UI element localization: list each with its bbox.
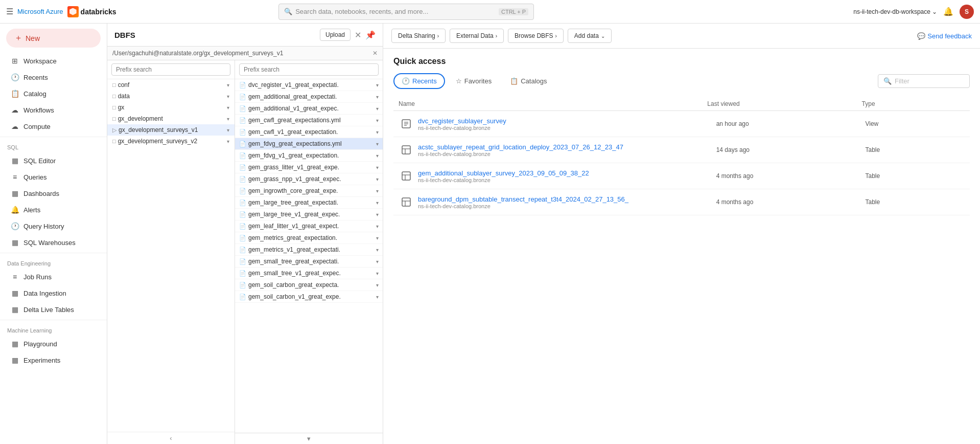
upload-button[interactable]: Upload	[320, 29, 351, 41]
external-data-button[interactable]: External Data ›	[450, 29, 504, 43]
compute-icon: ☁	[10, 122, 19, 130]
row-name[interactable]: acstc_sublayer_repeat_grid_location_depl…	[418, 143, 716, 151]
tree-item-data[interactable]: □ data ▾	[107, 91, 235, 102]
topbar: ☰ Microsoft Azure databricks 🔍 Search da…	[0, 0, 980, 24]
file-item[interactable]: 📄 gem_metrics_v1_great_expectati. ▾	[235, 244, 383, 256]
sidebar-item-experiments[interactable]: ▦ Experiments	[3, 352, 104, 368]
sidebar-item-job-runs[interactable]: ≡ Job Runs	[3, 269, 104, 284]
dbfs-path-close-icon[interactable]: ✕	[372, 50, 378, 57]
right-file-scroll-button[interactable]: ▾	[235, 433, 383, 444]
table-row[interactable]: bareground_dpm_subtable_transect_repeat_…	[393, 189, 970, 215]
sidebar-item-alerts[interactable]: 🔔 Alerts	[3, 202, 104, 217]
tab-favorites[interactable]: ☆ Favorites	[448, 74, 499, 88]
right-search-input[interactable]	[239, 63, 379, 76]
sidebar-item-data-ingestion[interactable]: ▦ Data Ingestion	[3, 285, 104, 301]
tab-catalogs[interactable]: 📋 Catalogs	[502, 74, 554, 88]
catalog-icon: 📋	[10, 90, 19, 98]
chevron-right-icon: ▾	[227, 139, 229, 144]
tree-item-gx-dev-surveys-v1[interactable]: ▷ gx_development_surveys_v1 ▾	[107, 124, 235, 136]
row-table-icon	[399, 168, 414, 184]
sidebar-item-sql-editor[interactable]: ▦ SQL Editor	[3, 153, 104, 168]
file-item[interactable]: 📄 gem_grass_litter_v1_great_expe. ▾	[235, 162, 383, 173]
left-tree-scroll-button[interactable]: ‹	[107, 432, 235, 444]
file-item[interactable]: 📄 gem_fdvg_v1_great_expectation. ▾	[235, 150, 383, 162]
browse-dbfs-chevron-icon: ›	[555, 33, 556, 39]
file-name: gem_metrics_v1_great_expectati.	[248, 246, 351, 253]
file-item[interactable]: 📄 gem_leaf_litter_v1_great_expect. ▾	[235, 220, 383, 232]
row-name[interactable]: dvc_register_sublayer_survey	[418, 117, 716, 125]
notifications-icon[interactable]: 🔔	[943, 7, 953, 16]
file-item[interactable]: 📄 gem_small_tree_v1_great_expec. ▾	[235, 268, 383, 279]
file-item[interactable]: 📄 gem_additional_v1_great_expec. ▾	[235, 103, 383, 115]
file-item[interactable]: 📄 gem_cwfl_v1_great_expectation. ▾	[235, 126, 383, 138]
file-icon: 📄	[239, 235, 246, 241]
table-row[interactable]: dvc_register_sublayer_survey ns-ii-tech-…	[393, 111, 970, 137]
tab-recents[interactable]: 🕐 Recents	[393, 73, 445, 89]
file-chevron-icon: ▾	[376, 94, 379, 100]
sidebar-item-workflows[interactable]: ☁ Workflows	[3, 102, 104, 118]
dbfs-close-button[interactable]: ✕	[355, 30, 361, 40]
file-item[interactable]: 📄 gem_metrics_great_expectation. ▾	[235, 232, 383, 244]
sidebar-item-label: Playground	[24, 340, 57, 348]
file-item[interactable]: 📄 gem_large_tree_v1_great_expec. ▾	[235, 209, 383, 220]
sidebar-item-compute[interactable]: ☁ Compute	[3, 119, 104, 134]
svg-rect-10	[402, 198, 410, 206]
file-list-right: 📄 dvc_register_v1_great_expectati. ▾ 📄 g…	[235, 60, 383, 444]
dbfs-path-text: /User/sgachuhi@naturalstate.org/gx_devel…	[112, 50, 372, 57]
row-name[interactable]: bareground_dpm_subtable_transect_repeat_…	[418, 195, 716, 203]
sidebar-item-workspace[interactable]: ⊞ Workspace	[3, 53, 104, 69]
delta-sharing-label: Delta Sharing	[398, 32, 435, 39]
file-item[interactable]: 📄 gem_small_tree_great_expectati. ▾	[235, 256, 383, 268]
send-feedback-button[interactable]: 💬 Send feedback	[917, 32, 972, 40]
file-name: gem_small_tree_v1_great_expec.	[248, 270, 351, 277]
sidebar-item-catalog[interactable]: 📋 Catalog	[3, 86, 104, 101]
row-table-icon	[399, 194, 414, 210]
sidebar-item-recents[interactable]: 🕐 Recents	[3, 70, 104, 85]
tree-item-gx-dev-surveys-v2[interactable]: □ gx_development_surveys_v2 ▾	[107, 136, 235, 147]
folder-icon: □	[112, 82, 116, 88]
tree-item-gx-development[interactable]: □ gx_development ▾	[107, 113, 235, 124]
sidebar-item-playground[interactable]: ▦ Playground	[3, 336, 104, 351]
browse-dbfs-button[interactable]: Browse DBFS ›	[508, 29, 564, 43]
avatar[interactable]: S	[960, 5, 974, 19]
file-item[interactable]: 📄 gem_large_tree_great_expectati. ▾	[235, 197, 383, 209]
workspace-selector[interactable]: ns-ii-tech-dev-db-workspace ⌄	[853, 8, 937, 15]
file-item-selected[interactable]: 📄 gem_fdvg_great_expectations.yml ▾	[235, 138, 383, 150]
table-row[interactable]: acstc_sublayer_repeat_grid_location_depl…	[393, 137, 970, 163]
azure-label: Microsoft Azure	[17, 8, 63, 15]
file-item[interactable]: 📄 gem_ingrowth_core_great_expe. ▾	[235, 185, 383, 197]
sidebar-item-dashboards[interactable]: ▦ Dashboards	[3, 186, 104, 201]
file-name: gem_ingrowth_core_great_expe.	[248, 187, 351, 194]
file-item[interactable]: 📄 gem_grass_npp_v1_great_expec. ▾	[235, 173, 383, 185]
file-item[interactable]: 📄 gem_soil_carbon_great_expecta. ▾	[235, 279, 383, 291]
sidebar-item-label: Compute	[24, 123, 51, 130]
sidebar-item-query-history[interactable]: 🕐 Query History	[3, 218, 104, 234]
tree-item-conf[interactable]: □ conf ▾	[107, 79, 235, 91]
sidebar-item-delta-live-tables[interactable]: ▦ Delta Live Tables	[3, 302, 104, 317]
left-search-input[interactable]	[111, 63, 230, 76]
file-chevron-icon: ▾	[376, 224, 379, 229]
row-name[interactable]: gem_additional_sublayer_survey_2023_09_0…	[418, 169, 716, 177]
svg-rect-4	[402, 146, 410, 154]
file-item[interactable]: 📄 gem_soil_carbon_v1_great_expe. ▾	[235, 291, 383, 303]
table-row[interactable]: gem_additional_sublayer_survey_2023_09_0…	[393, 163, 970, 189]
global-search[interactable]: 🔍 Search data, notebooks, recents, and m…	[278, 4, 534, 20]
tree-item-gx[interactable]: □ gx ▾	[107, 102, 235, 113]
dbfs-pin-icon[interactable]: 📌	[365, 30, 376, 40]
file-item[interactable]: 📄 gem_cwfl_great_expectations.yml ▾	[235, 115, 383, 126]
new-button[interactable]: ＋ New	[6, 29, 101, 48]
file-item[interactable]: 📄 dvc_register_v1_great_expectati. ▾	[235, 79, 383, 91]
file-item[interactable]: 📄 gem_additional_great_expectati. ▾	[235, 91, 383, 103]
delta-sharing-button[interactable]: Delta Sharing ›	[391, 29, 446, 43]
catalogs-tab-icon: 📋	[510, 77, 518, 85]
qa-filter-input[interactable]: 🔍 Filter	[878, 74, 970, 88]
sidebar-item-sql-warehouses[interactable]: ▦ SQL Warehouses	[3, 235, 104, 250]
row-subtitle: ns-ii-tech-dev-catalog.bronze	[418, 177, 716, 183]
row-last-viewed: 4 months ago	[716, 198, 866, 206]
sidebar-item-label: Alerts	[24, 206, 40, 214]
topbar-right: ns-ii-tech-dev-db-workspace ⌄ 🔔 S	[853, 5, 974, 19]
delta-live-tables-icon: ▦	[10, 305, 19, 314]
add-data-button[interactable]: Add data ⌄	[568, 29, 612, 43]
sidebar-item-queries[interactable]: ≡ Queries	[3, 169, 104, 185]
hamburger-icon[interactable]: ☰	[6, 7, 13, 16]
